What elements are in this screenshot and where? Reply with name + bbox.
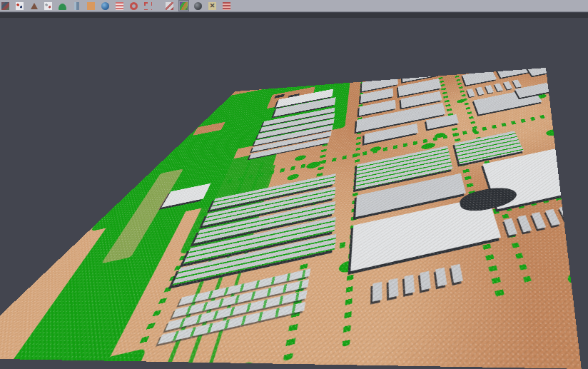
selection-brackets-icon — [144, 2, 152, 10]
terrain-hill-icon — [59, 4, 66, 10]
mountain-icon-button[interactable] — [29, 1, 39, 11]
tree — [233, 360, 255, 369]
point-picker-icon — [16, 2, 24, 10]
target-ring-icon — [130, 2, 138, 10]
veg — [136, 73, 351, 170]
register-icon — [166, 2, 173, 10]
red-stripes-icon-button[interactable] — [222, 1, 231, 11]
viewport-top-shade — [0, 13, 588, 18]
table-stripes-icon — [116, 2, 123, 10]
panel-icon — [74, 2, 79, 10]
point-picker-icon-button[interactable] — [15, 1, 24, 11]
ortho-square-icon-button[interactable] — [86, 1, 96, 11]
mountain-icon — [31, 3, 38, 9]
cross-icon: ✕ — [208, 2, 216, 10]
blocks-icon-button[interactable] — [1, 1, 10, 11]
bld — [558, 115, 581, 149]
classification-map-icon — [180, 2, 188, 10]
target-ring-icon-button[interactable] — [129, 1, 138, 11]
tree — [286, 173, 299, 181]
red-stripes-icon — [223, 2, 230, 10]
blocks-icon — [1, 2, 9, 10]
toolbar: ✕ — [0, 0, 588, 12]
bld — [462, 69, 497, 85]
globe-icon-button[interactable] — [101, 1, 110, 11]
classification-map-icon-button[interactable] — [179, 1, 188, 11]
shedrow — [372, 263, 468, 302]
tree — [294, 154, 306, 161]
tree — [544, 128, 562, 137]
points-icon-button[interactable] — [44, 1, 53, 11]
viewport-3d[interactable] — [0, 13, 588, 369]
tree — [574, 190, 581, 200]
classified-map — [0, 68, 582, 369]
bld — [581, 138, 582, 183]
dark-sphere-icon — [194, 2, 202, 10]
register-icon-button[interactable] — [165, 1, 174, 11]
dark-sphere-icon-button[interactable] — [193, 1, 203, 11]
cross-icon-button[interactable]: ✕ — [208, 1, 217, 11]
globe-icon — [101, 2, 109, 10]
terrain-hill-icon-button[interactable] — [58, 1, 67, 11]
panel-icon-button[interactable] — [72, 1, 81, 11]
ortho-square-icon — [87, 2, 95, 10]
bld — [460, 68, 488, 71]
bld — [524, 68, 577, 76]
table-stripes-icon-button[interactable] — [115, 1, 124, 11]
application-window: ✕ — [0, 0, 588, 369]
tree — [566, 271, 582, 286]
terrain-point-cloud — [0, 68, 582, 369]
selection-brackets-icon-button[interactable] — [143, 1, 153, 11]
points-icon — [44, 2, 52, 10]
